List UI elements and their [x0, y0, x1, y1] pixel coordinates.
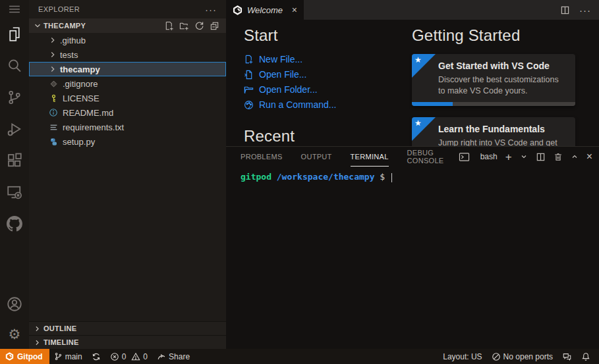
github-icon[interactable] — [0, 208, 29, 240]
tree-item-label: .github — [60, 36, 86, 45]
tree-item-label: tests — [60, 50, 78, 60]
open-folder-link[interactable]: Open Folder... — [244, 84, 409, 95]
open-folder-icon — [244, 85, 254, 95]
tree-item-label: setup.py — [63, 137, 95, 147]
explorer-sidebar: EXPLORER ··· THECAMPY — [29, 0, 226, 349]
source-control-icon[interactable] — [0, 82, 29, 113]
kill-terminal-icon[interactable] — [554, 152, 563, 162]
terminal-prompt[interactable]: gitpod /workspace/thecampy $ — [241, 172, 599, 182]
tree-item-label: .gitignore — [63, 79, 98, 89]
command-palette-icon — [244, 100, 254, 110]
problems-indicator[interactable]: 0 0 — [105, 349, 152, 364]
share-button[interactable]: Share — [152, 349, 194, 364]
card-title: Learn the Fundamentals — [438, 124, 567, 134]
new-terminal-icon[interactable]: + — [505, 151, 512, 163]
sidebar-bottom-sections: OUTLINE TIMELINE — [29, 321, 226, 349]
tab-problems[interactable]: PROBLEMS — [241, 147, 283, 167]
warning-icon — [131, 352, 140, 361]
bottom-panel: PROBLEMS OUTPUT TERMINAL DEBUG CONSOLE b… — [226, 146, 599, 349]
gitpod-label: Gitpod — [17, 352, 43, 361]
tab-bar: Welcome × ··· — [226, 0, 599, 20]
account-icon[interactable] — [0, 288, 29, 320]
feedback-button[interactable] — [557, 349, 577, 364]
chevron-up-icon[interactable] — [571, 153, 579, 161]
tab-output[interactable]: OUTPUT — [301, 147, 332, 167]
panel-tabs: PROBLEMS OUTPUT TERMINAL DEBUG CONSOLE — [241, 147, 459, 167]
python-icon — [48, 138, 59, 146]
terminal-cursor — [391, 173, 392, 182]
open-file-icon — [244, 70, 254, 80]
activity-bar: ⚙ — [0, 0, 29, 349]
explorer-icon[interactable] — [0, 18, 29, 50]
tree-item-github[interactable]: .github — [29, 33, 226, 47]
new-file-link[interactable]: New File... — [244, 54, 409, 65]
card-progress-fill — [412, 102, 453, 106]
menu-icon[interactable] — [0, 0, 29, 18]
chevron-down-icon[interactable] — [520, 153, 528, 161]
remote-explorer-icon[interactable] — [0, 176, 29, 208]
comment-discussion-icon — [562, 352, 572, 361]
welcome-page: Start New File... Open File... Open Fold… — [226, 20, 599, 146]
vscode-window: ⚙ EXPLORER ··· THECAMPY — [0, 0, 599, 364]
chevron-down-icon — [33, 21, 42, 30]
tree-item-license[interactable]: LICENSE — [29, 91, 226, 105]
search-icon[interactable] — [0, 50, 29, 82]
terminal-dollar: $ — [380, 172, 385, 182]
tab-terminal[interactable]: TERMINAL — [351, 147, 389, 167]
bell-icon — [581, 352, 590, 361]
explorer-actions — [164, 21, 223, 31]
branch-name: main — [65, 352, 82, 361]
ports-indicator[interactable]: No open ports — [487, 349, 557, 364]
branch-indicator[interactable]: main — [49, 349, 87, 364]
license-key-icon — [48, 94, 59, 103]
git-diamond-icon — [48, 80, 59, 88]
tree-item-requirements[interactable]: requirements.txt — [29, 120, 226, 134]
notifications-button[interactable] — [577, 349, 595, 364]
tree-item-thecampy[interactable]: thecampy — [29, 62, 226, 76]
start-heading: Start — [244, 26, 409, 45]
getting-started-card-1[interactable]: ★ Get Started with VS Code Discover the … — [412, 54, 575, 106]
chevron-right-icon — [48, 50, 57, 59]
tab-welcome[interactable]: Welcome × — [226, 0, 304, 20]
gitpod-status-badge[interactable]: Gitpod — [0, 349, 49, 364]
explorer-section-header[interactable]: THECAMPY — [29, 18, 226, 33]
run-command-link[interactable]: Run a Command... — [244, 99, 409, 110]
chevron-right-icon — [33, 325, 42, 333]
tree-item-tests[interactable]: tests — [29, 47, 226, 62]
refresh-icon[interactable] — [194, 21, 204, 31]
close-panel-icon[interactable]: × — [586, 151, 592, 162]
shell-name[interactable]: bash — [480, 152, 498, 161]
collapse-all-icon[interactable] — [210, 21, 219, 31]
new-file-icon[interactable] — [164, 21, 174, 31]
share-icon — [157, 352, 166, 361]
ports-label: No open ports — [503, 352, 553, 361]
close-icon[interactable]: × — [292, 5, 297, 15]
tab-debug-console[interactable]: DEBUG CONSOLE — [407, 147, 459, 167]
star-icon: ★ — [414, 55, 422, 65]
sync-indicator[interactable] — [87, 349, 105, 364]
more-actions-icon[interactable]: ··· — [579, 5, 591, 16]
run-debug-icon[interactable] — [0, 113, 29, 145]
new-folder-icon[interactable] — [179, 21, 189, 31]
panel-header: PROBLEMS OUTPUT TERMINAL DEBUG CONSOLE b… — [226, 147, 599, 167]
getting-started-card-2[interactable]: ★ Learn the Fundamentals Jump right into… — [412, 117, 575, 146]
card-description: Jump right into VS Code and get — [438, 138, 567, 146]
extensions-icon[interactable] — [0, 145, 29, 176]
layout-indicator[interactable]: Layout: US — [438, 349, 486, 364]
sidebar-more-icon[interactable]: ··· — [205, 4, 217, 15]
panel-actions: bash + × — [459, 151, 592, 163]
info-circle-icon — [48, 108, 59, 117]
tree-item-label: thecampy — [60, 65, 100, 74]
sidebar-title-row: EXPLORER ··· — [29, 0, 226, 18]
tree-item-readme[interactable]: README.md — [29, 105, 226, 120]
timeline-section[interactable]: TIMELINE — [29, 335, 226, 349]
tree-item-gitignore[interactable]: .gitignore — [29, 76, 226, 91]
tree-item-setup[interactable]: setup.py — [29, 134, 226, 149]
terminal-shell-icon — [459, 152, 470, 162]
split-editor-icon[interactable] — [560, 5, 570, 15]
split-terminal-icon[interactable] — [536, 152, 546, 162]
settings-gear-icon[interactable]: ⚙ — [0, 320, 29, 349]
outline-section[interactable]: OUTLINE — [29, 321, 226, 335]
welcome-left-column: Start New File... Open File... Open Fold… — [244, 26, 409, 145]
open-file-link[interactable]: Open File... — [244, 69, 409, 80]
